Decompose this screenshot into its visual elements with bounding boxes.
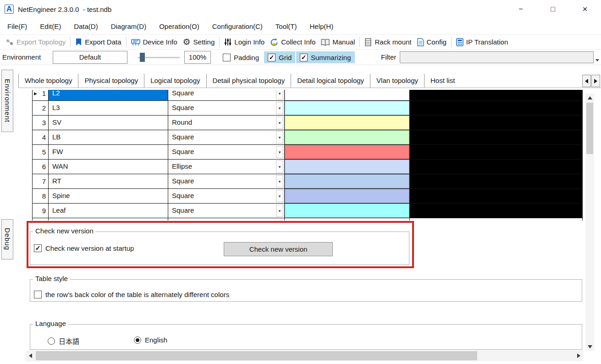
shape-select[interactable]: Square▾: [168, 204, 285, 218]
grid-toggle[interactable]: Grid: [264, 51, 295, 63]
vertical-scroll-thumb[interactable]: [586, 103, 593, 154]
minimize-button[interactable]: −: [505, 0, 537, 18]
scroll-down-button[interactable]: [585, 342, 594, 351]
sidebar-tab-debug[interactable]: Debug: [1, 219, 13, 259]
tab-scroll-right-button[interactable]: [591, 75, 600, 87]
toolbar-manual[interactable]: Manual: [318, 36, 358, 49]
summarizing-checkbox[interactable]: [300, 54, 308, 61]
zoom-slider-thumb[interactable]: [140, 53, 145, 62]
fill-color-swatch[interactable]: [285, 101, 410, 116]
menu-edit[interactable]: Edit(E): [33, 18, 67, 35]
horizontal-scroll-thumb[interactable]: [36, 351, 477, 360]
vertical-scrollbar[interactable]: [585, 94, 594, 351]
node-type-name-cell[interactable]: Spine: [49, 189, 168, 204]
shape-select[interactable]: Square▾: [168, 189, 285, 204]
menu-tool[interactable]: Tool(T): [269, 18, 303, 35]
fill-color-swatch[interactable]: [285, 189, 410, 204]
scroll-right-button[interactable]: [574, 350, 583, 361]
line-color-swatch[interactable]: [410, 174, 583, 189]
node-type-name-cell[interactable]: Leaf: [49, 204, 168, 218]
sidebar-tab-environment[interactable]: Environment: [1, 70, 13, 132]
shape-select[interactable]: Square▾: [168, 101, 285, 116]
toolbar-setting[interactable]: ⚙ Setting: [180, 36, 218, 49]
shape-select[interactable]: Square▾: [168, 174, 285, 189]
menu-configuration[interactable]: Configuration(C): [206, 18, 269, 35]
table-row[interactable]: 6 WAN Ellipse▾: [33, 160, 583, 174]
fill-color-swatch[interactable]: [285, 174, 410, 189]
dropdown-button[interactable]: ▾: [276, 131, 283, 143]
shape-select[interactable]: Square▾: [168, 145, 285, 160]
dropdown-button[interactable]: ▾: [276, 160, 283, 173]
row-header[interactable]: 9: [33, 204, 49, 218]
check-at-startup-checkbox[interactable]: [34, 244, 42, 252]
node-type-name-cell[interactable]: RT: [49, 174, 168, 189]
line-color-swatch[interactable]: [410, 116, 583, 130]
line-color-swatch[interactable]: [410, 145, 583, 160]
toolbar-export-data[interactable]: Export Data: [72, 36, 124, 49]
scroll-up-button[interactable]: [585, 94, 594, 102]
table-row[interactable]: ▶1 L2 Square▾: [33, 90, 583, 101]
table-row[interactable]: 4 LB Square▾: [33, 130, 583, 145]
zoom-value[interactable]: 100%: [184, 51, 211, 64]
shape-select[interactable]: Round▾: [168, 116, 285, 130]
line-color-swatch[interactable]: [410, 90, 583, 101]
row-header[interactable]: 7: [33, 174, 49, 189]
summarizing-toggle[interactable]: Summarizing: [296, 51, 355, 63]
toolbar-config[interactable]: Config: [414, 36, 449, 49]
node-type-name-cell[interactable]: WAN: [49, 160, 168, 174]
node-type-name-cell[interactable]: LB: [49, 130, 168, 145]
dropdown-button[interactable]: ▾: [276, 146, 283, 158]
fill-color-swatch[interactable]: [285, 90, 410, 101]
toolbar-overflow-icon[interactable]: [595, 55, 599, 63]
shape-select[interactable]: Square▾: [168, 90, 285, 101]
menu-data[interactable]: Data(D): [67, 18, 105, 35]
line-color-swatch[interactable]: [410, 130, 583, 145]
fill-color-swatch[interactable]: [285, 130, 410, 145]
tab-detail-physical-topology[interactable]: Detail physical topology: [206, 74, 291, 88]
row-header[interactable]: 2: [33, 101, 49, 116]
row-header[interactable]: 6: [33, 160, 49, 174]
check-new-version-button[interactable]: Check new version: [224, 242, 333, 256]
row-header[interactable]: 5: [33, 145, 49, 160]
tab-scroll-left-button[interactable]: [582, 75, 591, 87]
table-row[interactable]: 8 Spine Square▾: [33, 189, 583, 204]
fill-color-swatch[interactable]: [285, 204, 410, 218]
node-type-name-cell[interactable]: L3: [49, 101, 168, 116]
maximize-button[interactable]: □: [537, 0, 569, 18]
toolbar-ip-translation[interactable]: IP Translation: [453, 36, 511, 49]
line-color-swatch[interactable]: [410, 101, 583, 116]
table-row[interactable]: 5 FW Square▾: [33, 145, 583, 160]
fill-color-swatch[interactable]: [285, 160, 410, 174]
toolbar-login-info[interactable]: Login Info: [221, 36, 267, 49]
node-type-name-cell[interactable]: FW: [49, 145, 168, 160]
toolbar-export-topology[interactable]: Export Topology: [3, 36, 68, 49]
row-header[interactable]: 4: [33, 130, 49, 145]
table-row[interactable]: 9 Leaf Square▾: [33, 204, 583, 218]
dropdown-button[interactable]: ▾: [276, 204, 283, 217]
table-row[interactable]: 7 RT Square▾: [33, 174, 583, 189]
radio-english[interactable]: [134, 336, 141, 344]
table-row[interactable]: 3 SV Round▾: [33, 116, 583, 130]
menu-diagram[interactable]: Diagram(D): [105, 18, 153, 35]
padding-toggle[interactable]: Padding: [219, 51, 263, 63]
toolbar-collect-info[interactable]: Collect Info: [267, 36, 318, 49]
grid-checkbox[interactable]: [268, 54, 276, 61]
dropdown-button[interactable]: ▾: [276, 175, 283, 188]
row-header[interactable]: 8: [33, 189, 49, 204]
environment-selector[interactable]: Default: [53, 51, 127, 64]
menu-help[interactable]: Help(H): [303, 18, 340, 35]
menu-operation[interactable]: Operation(O): [153, 18, 206, 35]
fill-color-swatch[interactable]: [285, 145, 410, 160]
alternate-row-color-checkbox[interactable]: [34, 291, 42, 298]
shape-select[interactable]: Square▾: [168, 130, 285, 145]
zoom-slider[interactable]: [137, 51, 181, 64]
radio-japanese[interactable]: [48, 337, 55, 345]
dropdown-button[interactable]: ▾: [276, 116, 283, 129]
filter-input[interactable]: [400, 51, 594, 63]
fill-color-swatch[interactable]: [285, 116, 410, 130]
tab-vlan-topology[interactable]: Vlan topology: [370, 74, 424, 88]
line-color-swatch[interactable]: [410, 160, 583, 174]
line-color-swatch[interactable]: [410, 204, 583, 218]
table-row[interactable]: 2 L3 Square▾: [33, 101, 583, 116]
menu-file[interactable]: File(F): [1, 18, 33, 35]
